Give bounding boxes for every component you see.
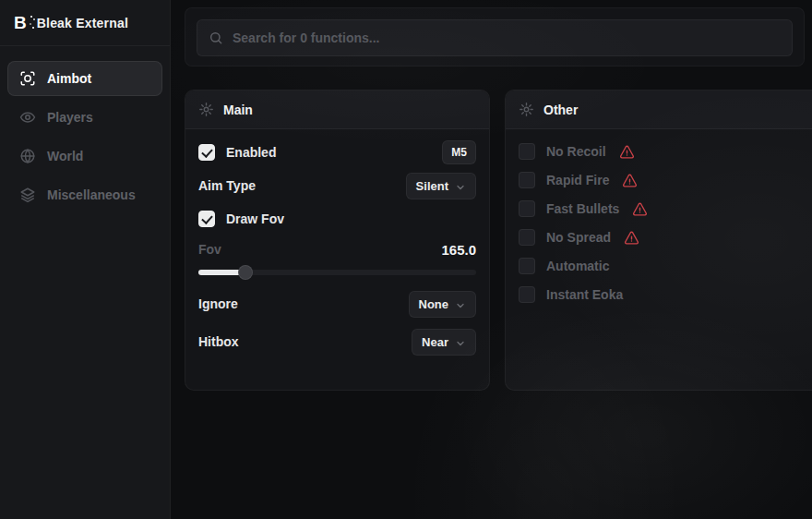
sidebar-item-miscellaneous[interactable]: Miscellaneous [7, 177, 162, 212]
fov-slider-thumb[interactable] [238, 265, 253, 280]
panel-main-header: Main [185, 91, 489, 129]
no-recoil-checkbox[interactable] [519, 143, 535, 160]
sidebar-nav: Aimbot Players World Mi [0, 46, 170, 227]
layers-icon [19, 187, 36, 203]
aim-type-row: Aim Type Silent [198, 174, 476, 198]
hitbox-row: Hitbox Near [198, 330, 476, 354]
hitbox-label: Hitbox [198, 334, 239, 349]
panels-row: Main Enabled M5 Aim Type Silent [185, 90, 805, 391]
sidebar-item-players[interactable]: Players [7, 100, 162, 135]
globe-icon [19, 148, 36, 164]
ignore-row: Ignore None [198, 292, 476, 316]
sidebar-item-aimbot[interactable]: Aimbot [7, 61, 162, 96]
sidebar: B Bleak External Aimbot Players [0, 0, 171, 519]
panel-main: Main Enabled M5 Aim Type Silent [185, 90, 490, 391]
draw-fov-label: Draw Fov [226, 211, 284, 226]
crosshair-focus-icon [19, 70, 36, 87]
no-recoil-label: No Recoil [546, 144, 606, 159]
panel-main-body: Enabled M5 Aim Type Silent [185, 129, 489, 374]
fov-label: Fov [198, 242, 221, 257]
search-placeholder: Search for 0 functions... [233, 30, 379, 45]
warning-icon [622, 173, 638, 188]
no-spread-checkbox[interactable] [519, 229, 535, 246]
gear-icon [198, 102, 214, 117]
enabled-checkbox[interactable] [198, 144, 215, 161]
chevron-down-icon [455, 180, 466, 191]
instant-eoka-label: Instant Eoka [546, 287, 623, 302]
fov-value: 165.0 [441, 242, 476, 258]
gear-icon [519, 102, 534, 117]
other-item-no-recoil: No Recoil [519, 140, 807, 163]
chevron-down-icon [455, 298, 466, 309]
aim-type-value: Silent [416, 179, 448, 193]
other-item-fast-bullets: Fast Bullets [519, 198, 807, 220]
fov-slider-track [198, 270, 476, 275]
sidebar-header: B Bleak External [0, 0, 170, 46]
other-item-automatic: Automatic [519, 255, 807, 277]
automatic-label: Automatic [546, 259, 609, 273]
fov-row: Fov 165.0 [198, 240, 476, 259]
ignore-value: None [419, 297, 449, 311]
search-input[interactable]: Search for 0 functions... [197, 19, 793, 56]
sidebar-item-label: World [47, 149, 83, 163]
warning-icon [632, 201, 648, 217]
other-item-no-spread: No Spread [519, 226, 807, 248]
other-item-instant-eoka: Instant Eoka [519, 284, 807, 306]
fov-slider[interactable] [198, 265, 476, 280]
draw-fov-checkbox[interactable] [198, 211, 215, 227]
eye-icon [19, 109, 36, 126]
search-icon [209, 30, 223, 45]
aim-type-dropdown[interactable]: Silent [406, 173, 476, 199]
fast-bullets-label: Fast Bullets [546, 201, 619, 216]
fast-bullets-checkbox[interactable] [519, 200, 535, 217]
sidebar-item-label: Aimbot [47, 71, 91, 86]
other-item-rapid-fire: Rapid Fire [519, 169, 807, 191]
aim-type-label: Aim Type [198, 178, 256, 193]
rapid-fire-checkbox[interactable] [519, 172, 535, 188]
panel-other: Other No Recoil Rapid Fire [505, 90, 812, 391]
search-section: Search for 0 functions... [185, 7, 805, 66]
panel-other-header: Other [506, 91, 812, 129]
app-title: Bleak External [37, 16, 128, 30]
hitbox-dropdown[interactable]: Near [412, 329, 476, 356]
sidebar-item-label: Players [47, 110, 93, 125]
automatic-checkbox[interactable] [519, 258, 535, 274]
chevron-down-icon [455, 336, 466, 347]
app-logo-icon: B [14, 14, 27, 31]
fov-slider-fill [198, 270, 245, 275]
panel-other-body: No Recoil Rapid Fire [506, 129, 812, 323]
ignore-label: Ignore [198, 296, 238, 311]
draw-fov-row: Draw Fov [198, 207, 476, 231]
rapid-fire-label: Rapid Fire [546, 173, 609, 187]
panel-title: Other [543, 103, 578, 117]
enabled-label: Enabled [226, 145, 276, 160]
main-content: Search for 0 functions... Main Enabl [171, 0, 812, 519]
warning-icon [619, 144, 635, 160]
sidebar-item-label: Miscellaneous [47, 187, 136, 202]
enabled-row: Enabled M5 [198, 140, 476, 164]
sidebar-item-world[interactable]: World [7, 139, 162, 174]
hitbox-value: Near [422, 335, 448, 349]
ignore-dropdown[interactable]: None [409, 291, 477, 318]
warning-icon [624, 230, 639, 246]
instant-eoka-checkbox[interactable] [519, 286, 535, 303]
no-spread-label: No Spread [546, 230, 611, 245]
panel-title: Main [223, 103, 253, 117]
keybind-button[interactable]: M5 [442, 140, 476, 164]
